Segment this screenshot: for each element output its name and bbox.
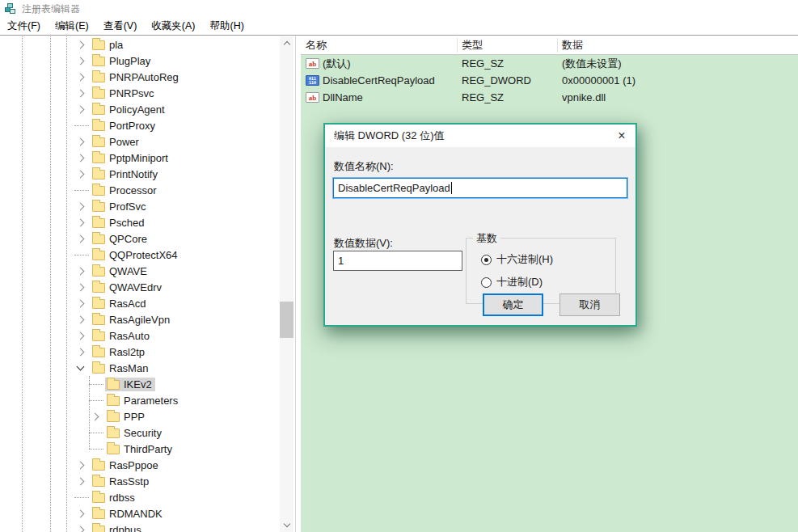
tree-item-content[interactable]: RasSstp — [91, 475, 152, 488]
tree-item-ProfSvc[interactable]: ProfSvc — [0, 198, 182, 214]
tree-item-rdpbus[interactable]: rdpbus — [0, 521, 182, 532]
expand-chevron-icon[interactable] — [73, 150, 91, 166]
tree-item-QWAVEdrv[interactable]: QWAVEdrv — [0, 279, 182, 295]
radio-selected-icon[interactable] — [481, 255, 492, 265]
tree-item-IKEv2[interactable]: IKEv2 — [0, 376, 182, 392]
expand-chevron-icon[interactable] — [73, 85, 91, 101]
tree-item-content[interactable]: RasAcd — [91, 297, 150, 310]
tree-item-RasAuto[interactable]: RasAuto — [0, 327, 182, 344]
tree-item-RasSstp[interactable]: RasSstp — [0, 473, 182, 489]
expand-chevron-icon[interactable] — [73, 327, 91, 344]
tree-item-PlugPlay[interactable]: PlugPlay — [0, 53, 182, 69]
tree-item-content[interactable]: Parameters — [105, 394, 181, 407]
expand-chevron-icon[interactable] — [73, 473, 91, 489]
tree-item-content[interactable]: Rasl2tp — [91, 345, 148, 359]
expand-chevron-icon[interactable] — [73, 521, 91, 532]
value-name-input[interactable]: DisableCertReqPayload — [333, 178, 627, 198]
expand-chevron-icon[interactable] — [73, 311, 91, 327]
tree-item-Power[interactable]: Power — [0, 133, 182, 150]
value-data-input[interactable]: 1 — [333, 251, 462, 271]
tree-item-content[interactable]: Psched — [91, 216, 147, 230]
column-header-type[interactable]: 类型 — [457, 36, 557, 54]
tree-item-PptpMiniport[interactable]: PptpMiniport — [0, 150, 182, 166]
expand-chevron-icon[interactable] — [73, 166, 91, 182]
tree-item-PNRPAutoReg[interactable]: PNRPAutoReg — [0, 69, 182, 85]
tree-item-content[interactable]: RDMANDK — [91, 507, 166, 521]
column-header-data[interactable]: 数据 — [557, 36, 798, 54]
tree-scrollbar[interactable] — [280, 36, 293, 532]
tree-item-QPCore[interactable]: QPCore — [0, 230, 182, 247]
tree-item-content[interactable]: Processor — [91, 184, 160, 197]
scroll-up-icon[interactable] — [280, 36, 293, 50]
tree-item-content[interactable]: PolicyAgent — [91, 103, 168, 116]
radio-hexadecimal[interactable]: 十六进制(H) — [481, 252, 553, 267]
tree-item-Psched[interactable]: Psched — [0, 214, 182, 230]
scroll-down-icon[interactable] — [280, 518, 293, 532]
tree-item-content[interactable]: RasAuto — [91, 329, 153, 343]
tree-item-content[interactable]: Power — [91, 135, 142, 149]
collapse-chevron-icon[interactable] — [73, 360, 91, 376]
expand-chevron-icon[interactable] — [73, 295, 91, 311]
expand-chevron-icon[interactable] — [73, 133, 91, 150]
tree-item-rdbss[interactable]: rdbss — [0, 489, 182, 505]
tree-item-RDMANDK[interactable]: RDMANDK — [0, 505, 182, 521]
expand-chevron-icon[interactable] — [73, 101, 91, 117]
menu-favorites[interactable]: 收藏夹(A) — [144, 18, 202, 36]
tree-item-content[interactable]: PNRPsvc — [91, 87, 158, 100]
radio-decimal[interactable]: 十进制(D) — [481, 275, 543, 289]
tree-item-content[interactable]: RasPppoe — [91, 458, 162, 472]
column-header-name[interactable]: 名称 — [301, 36, 457, 54]
tree-item-RasAgileVpn[interactable]: RasAgileVpn — [0, 311, 182, 327]
tree-item-content[interactable]: QWAVEdrv — [91, 281, 165, 294]
expand-chevron-icon[interactable] — [73, 279, 91, 295]
cancel-button[interactable]: 取消 — [559, 293, 620, 316]
tree-item-content[interactable]: RasAgileVpn — [91, 313, 173, 327]
tree-item-content[interactable]: rdpbus — [91, 523, 145, 532]
tree-item-PolicyAgent[interactable]: PolicyAgent — [0, 101, 182, 117]
tree-item-content[interactable]: QWAVE — [91, 264, 150, 278]
expand-chevron-icon[interactable] — [73, 505, 91, 521]
menu-help[interactable]: 帮助(H) — [202, 18, 251, 36]
tree-item-PortProxy[interactable]: PortProxy — [0, 117, 182, 133]
value-name-cell[interactable]: abDllName — [301, 91, 457, 103]
tree-item-content[interactable]: RasMan — [91, 361, 151, 375]
tree-item-RasPppoe[interactable]: RasPppoe — [0, 457, 182, 473]
tree-item-content[interactable]: PPP — [105, 410, 148, 424]
expand-chevron-icon[interactable] — [73, 344, 91, 360]
value-row-(默认)[interactable]: ab(默认)REG_SZ(数值未设置) — [301, 55, 798, 72]
tree-item-content[interactable]: Security — [105, 426, 165, 440]
value-row-DisableCertReqPayload[interactable]: 011110DisableCertReqPayloadREG_DWORD0x00… — [301, 72, 798, 89]
tree-item-content[interactable]: PNRPAutoReg — [91, 70, 182, 84]
tree-item-content[interactable]: PortProxy — [91, 119, 158, 133]
column-separator[interactable] — [457, 38, 458, 53]
tree-item-content[interactable]: PlugPlay — [91, 54, 154, 68]
tree-item-content[interactable]: ThirdParty — [105, 442, 175, 456]
tree-item-Rasl2tp[interactable]: Rasl2tp — [0, 344, 182, 360]
close-icon[interactable]: × — [608, 125, 635, 147]
value-row-DllName[interactable]: abDllNameREG_SZvpnike.dll — [301, 89, 798, 106]
expand-chevron-icon[interactable] — [73, 457, 91, 473]
tree-item-pla[interactable]: pla — [0, 36, 182, 53]
expand-chevron-icon[interactable] — [87, 408, 105, 424]
tree-item-content[interactable]: PptpMiniport — [91, 151, 171, 165]
tree-item-ThirdParty[interactable]: ThirdParty — [0, 441, 182, 457]
tree-item-content[interactable]: QQProtectX64 — [91, 248, 181, 262]
tree-item-content[interactable]: rdbss — [91, 491, 138, 505]
scrollbar-thumb[interactable] — [280, 302, 293, 338]
ok-button[interactable]: 确定 — [483, 293, 543, 316]
tree-item-Processor[interactable]: Processor — [0, 182, 182, 198]
expand-chevron-icon[interactable] — [73, 214, 91, 230]
expand-chevron-icon[interactable] — [73, 69, 91, 85]
tree-item-content[interactable]: QPCore — [91, 232, 150, 246]
expand-chevron-icon[interactable] — [73, 230, 91, 247]
expand-chevron-icon[interactable] — [73, 36, 91, 53]
menu-edit[interactable]: 编辑(E) — [48, 18, 96, 36]
tree-item-PNRPsvc[interactable]: PNRPsvc — [0, 85, 182, 101]
tree-item-RasAcd[interactable]: RasAcd — [0, 295, 182, 311]
tree-item-QWAVE[interactable]: QWAVE — [0, 263, 182, 279]
menu-view[interactable]: 查看(V) — [96, 18, 145, 36]
tree-item-QQProtectX64[interactable]: QQProtectX64 — [0, 247, 182, 263]
expand-chevron-icon[interactable] — [73, 263, 91, 279]
value-name-cell[interactable]: 011110DisableCertReqPayload — [301, 74, 457, 87]
column-separator[interactable] — [557, 38, 558, 53]
